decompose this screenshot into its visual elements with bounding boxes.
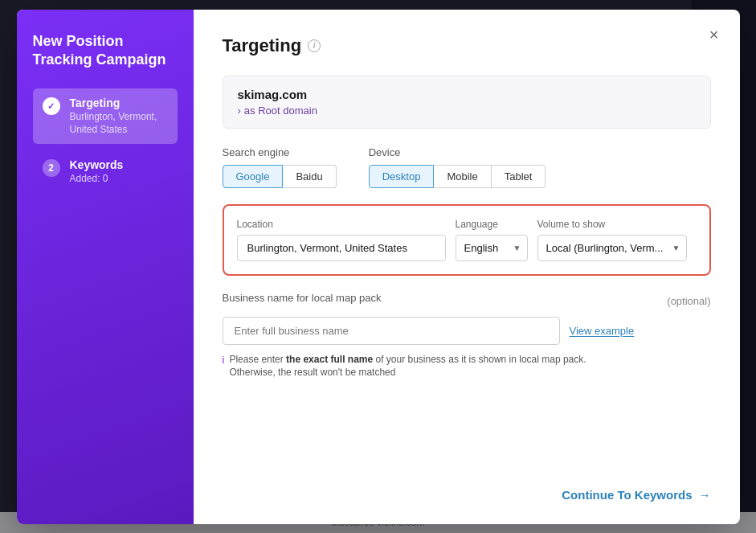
continue-label: Continue To Keywords — [562, 488, 692, 502]
sidebar-step-keywords[interactable]: 2 Keywords Added: 0 — [33, 150, 178, 194]
device-group: Desktop Mobile Tablet — [369, 165, 546, 188]
device-mobile[interactable]: Mobile — [434, 165, 491, 188]
search-engine-label: Search engine — [223, 146, 337, 158]
location-label: Location — [237, 219, 446, 230]
domain-box: skimag.com › as Root domain — [223, 76, 711, 129]
location-input[interactable] — [237, 235, 446, 261]
modal-container: New Position Tracking Campaign ✓ Targeti… — [0, 0, 756, 533]
domain-name: skimag.com — [238, 88, 696, 101]
business-name-input[interactable] — [223, 317, 560, 345]
search-engine-group: Google Baidu — [223, 165, 337, 188]
continue-arrow-icon: → — [699, 488, 711, 502]
info-icon[interactable]: i — [308, 39, 321, 52]
language-field-group: Language English French Spanish ▼ — [456, 219, 528, 261]
optional-label: (optional) — [667, 295, 710, 307]
search-engine-baidu[interactable]: Baidu — [283, 165, 336, 188]
volume-select-wrapper: Local (Burlington, Verm... National Glob… — [537, 235, 687, 261]
page-title: Targeting i — [223, 35, 711, 56]
step-sub-targeting: Burlington, Vermont, United States — [70, 111, 168, 136]
location-field-group: Location — [237, 219, 446, 261]
page-title-text: Targeting — [223, 35, 302, 56]
root-domain-label: as Root domain — [244, 105, 317, 117]
sidebar-step-targeting[interactable]: ✓ Targeting Burlington, Vermont, United … — [33, 88, 178, 144]
search-engine-col: Search engine Google Baidu — [223, 146, 337, 188]
volume-field-group: Volume to show Local (Burlington, Verm..… — [537, 219, 687, 261]
language-select[interactable]: English French Spanish — [456, 235, 528, 261]
step-indicator-targeting: ✓ — [43, 97, 60, 115]
search-engine-google[interactable]: Google — [223, 165, 284, 188]
main-content: × Targeting i skimag.com › as Root domai… — [194, 10, 740, 524]
step-name-targeting: Targeting — [70, 96, 168, 109]
device-tablet[interactable]: Tablet — [492, 165, 546, 188]
step-content-keywords: Keywords Added: 0 — [70, 158, 124, 186]
wizard-title: New Position Tracking Campaign — [33, 32, 178, 70]
language-select-wrapper: English French Spanish ▼ — [456, 235, 528, 261]
device-desktop[interactable]: Desktop — [369, 165, 435, 188]
volume-label: Volume to show — [537, 219, 687, 230]
language-label: Language — [456, 219, 528, 230]
step-content-targeting: Targeting Burlington, Vermont, United St… — [70, 96, 168, 136]
wizard-sidebar: New Position Tracking Campaign ✓ Targeti… — [17, 10, 194, 524]
search-device-row: Search engine Google Baidu Device Deskto… — [223, 146, 711, 188]
targeting-modal: New Position Tracking Campaign ✓ Targeti… — [17, 10, 740, 524]
root-domain-link[interactable]: › as Root domain — [238, 105, 696, 117]
hint-icon: i — [223, 354, 225, 366]
volume-select[interactable]: Local (Burlington, Verm... National Glob… — [537, 235, 687, 261]
location-language-box: Location Language English French Spanish… — [223, 204, 711, 276]
highlight-row: Location Language English French Spanish… — [237, 219, 697, 261]
view-example-link[interactable]: View example — [570, 325, 635, 337]
device-label: Device — [369, 146, 546, 158]
step-sub-keywords: Added: 0 — [70, 173, 124, 186]
business-name-label: Business name for local map pack — [223, 292, 382, 304]
step-indicator-keywords: 2 — [43, 159, 60, 177]
hint-row: i Please enter the exact full name of yo… — [223, 353, 711, 380]
business-input-row: View example — [223, 317, 711, 345]
close-button[interactable]: × — [701, 23, 727, 48]
hint-text: Please enter the exact full name of your… — [229, 353, 586, 380]
continue-button[interactable]: Continue To Keywords → — [562, 488, 710, 502]
business-name-header-row: Business name for local map pack (option… — [223, 292, 711, 310]
root-domain-chevron: › — [238, 105, 241, 117]
continue-row: Continue To Keywords → — [562, 488, 710, 502]
device-col: Device Desktop Mobile Tablet — [369, 146, 546, 188]
step-name-keywords: Keywords — [70, 158, 124, 171]
